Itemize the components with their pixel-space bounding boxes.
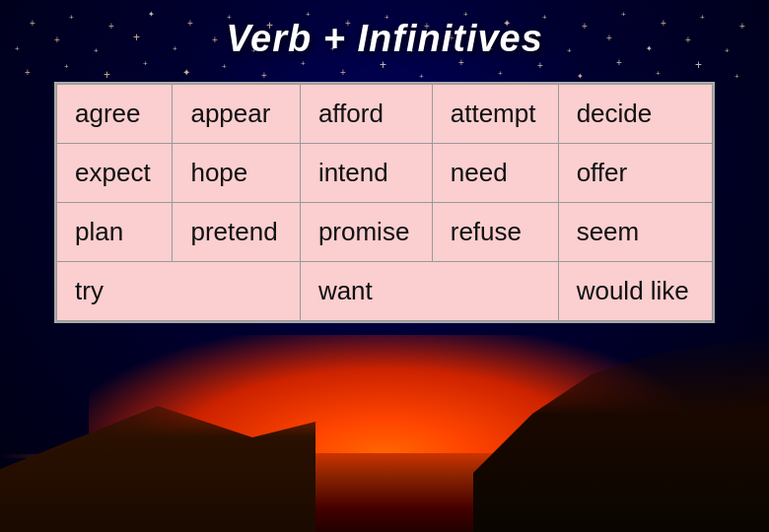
verbs-table-container: agree appear afford attempt decide expec… (54, 82, 715, 323)
cell-agree: agree (57, 85, 173, 144)
cell-would-like: would like (558, 262, 712, 321)
cell-pretend: pretend (173, 203, 300, 262)
main-content: Verb + Infinitives agree appear afford a… (0, 0, 769, 532)
cell-attempt: attempt (432, 85, 558, 144)
cell-afford: afford (300, 85, 432, 144)
verbs-table: agree appear afford attempt decide expec… (56, 84, 713, 321)
cell-refuse: refuse (432, 203, 558, 262)
table-row: plan pretend promise refuse seem (57, 203, 713, 262)
cell-try: try (57, 262, 301, 321)
cell-need: need (432, 144, 558, 203)
cell-offer: offer (558, 144, 712, 203)
cell-promise: promise (300, 203, 432, 262)
cell-seem: seem (558, 203, 712, 262)
cell-plan: plan (57, 203, 173, 262)
table-row: try want would like (57, 262, 713, 321)
table-row: expect hope intend need offer (57, 144, 713, 203)
table-row: agree appear afford attempt decide (57, 85, 713, 144)
cell-want: want (300, 262, 558, 321)
cell-intend: intend (300, 144, 432, 203)
cell-appear: appear (173, 85, 300, 144)
page-title: Verb + Infinitives (226, 18, 543, 60)
cell-expect: expect (57, 144, 173, 203)
cell-hope: hope (173, 144, 300, 203)
cell-decide: decide (558, 85, 712, 144)
